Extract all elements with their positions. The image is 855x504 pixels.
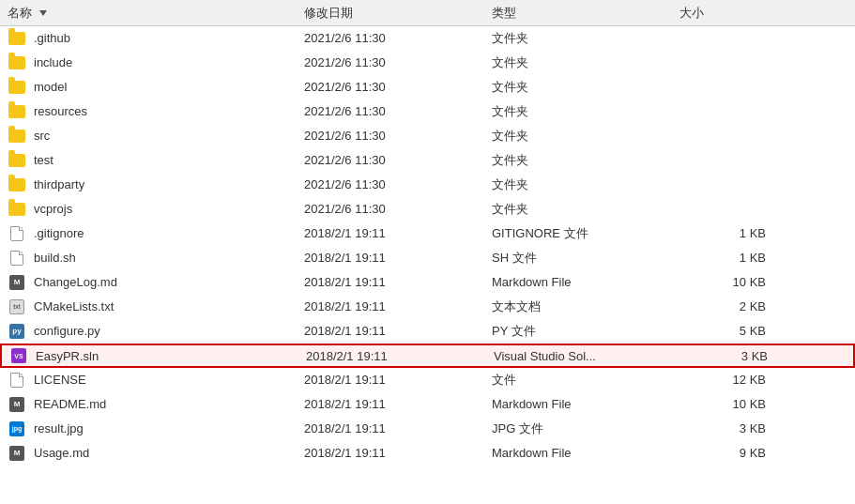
file-type-label: 文件夹	[492, 152, 679, 169]
file-name-label: src	[34, 129, 304, 143]
table-row[interactable]: test2021/2/6 11:30文件夹	[0, 148, 855, 173]
md-icon: M	[8, 445, 26, 462]
sort-arrow-icon	[39, 10, 47, 16]
table-row[interactable]: MChangeLog.md2018/2/1 19:11Markdown File…	[0, 270, 855, 295]
file-size-label: 1 KB	[679, 251, 773, 265]
file-name-label: resources	[34, 104, 304, 118]
file-name-cell: MUsage.md	[4, 445, 304, 462]
file-date-label: 2018/2/1 19:11	[304, 299, 492, 313]
table-row[interactable]: LICENSE2018/2/1 19:11文件12 KB	[0, 368, 855, 392]
table-row[interactable]: .gitignore2018/2/1 19:11GITIGNORE 文件1 KB	[0, 221, 855, 246]
file-size-label: 3 KB	[681, 349, 775, 363]
file-type-label: Markdown File	[492, 446, 679, 460]
table-row[interactable]: model2021/2/6 11:30文件夹	[0, 75, 855, 99]
file-type-label: 文件夹	[492, 128, 679, 145]
file-size-label: 9 KB	[679, 446, 773, 460]
file-date-label: 2018/2/1 19:11	[304, 275, 492, 289]
col-date-header[interactable]: 修改日期	[304, 5, 492, 22]
table-row[interactable]: VSEasyPR.sln2018/2/1 19:11Visual Studio …	[0, 344, 855, 368]
file-type-label: Markdown File	[492, 275, 679, 289]
file-date-label: 2021/2/6 11:30	[304, 55, 492, 69]
table-row[interactable]: thirdparty2021/2/6 11:30文件夹	[0, 173, 855, 197]
file-date-label: 2018/2/1 19:11	[306, 349, 494, 363]
file-date-label: 2021/2/6 11:30	[304, 177, 492, 191]
col-type-header[interactable]: 类型	[492, 5, 679, 22]
file-type-label: 文件夹	[492, 79, 679, 96]
file-icon	[8, 372, 26, 389]
file-name-cell: vcprojs	[4, 201, 304, 218]
folder-icon	[8, 54, 26, 71]
table-row[interactable]: pyconfigure.py2018/2/1 19:11PY 文件5 KB	[0, 319, 855, 344]
file-type-label: PY 文件	[492, 323, 679, 340]
file-date-label: 2021/2/6 11:30	[304, 129, 492, 143]
table-header: 名称 修改日期 类型 大小	[0, 0, 855, 26]
file-name-cell: MREADME.md	[4, 396, 304, 413]
file-size-label: 1 KB	[679, 226, 773, 240]
file-name-label: thirdparty	[34, 177, 304, 191]
file-name-label: LICENSE	[34, 373, 304, 387]
file-name-cell: resources	[4, 103, 304, 120]
file-size-label: 10 KB	[679, 397, 773, 411]
file-name-label: EasyPR.sln	[36, 349, 306, 363]
py-icon: py	[8, 323, 26, 340]
file-date-label: 2018/2/1 19:11	[304, 226, 492, 240]
file-type-label: GITIGNORE 文件	[492, 225, 679, 242]
file-name-label: configure.py	[34, 324, 304, 338]
table-row[interactable]: build.sh2018/2/1 19:11SH 文件1 KB	[0, 246, 855, 270]
file-type-label: 文件夹	[492, 54, 679, 71]
file-date-label: 2021/2/6 11:30	[304, 31, 492, 45]
md-icon: M	[8, 274, 26, 291]
sln-icon: VS	[9, 347, 28, 364]
file-name-label: test	[34, 153, 304, 167]
file-name-label: ChangeLog.md	[34, 275, 304, 289]
col-name-header[interactable]: 名称	[4, 5, 304, 22]
folder-icon	[8, 201, 26, 218]
file-size-label: 3 KB	[679, 421, 773, 435]
file-name-cell: include	[4, 54, 304, 71]
folder-icon	[8, 176, 26, 193]
folder-icon	[8, 79, 26, 96]
file-date-label: 2021/2/6 11:30	[304, 104, 492, 118]
table-row[interactable]: include2021/2/6 11:30文件夹	[0, 51, 855, 75]
file-size-label: 5 KB	[679, 324, 773, 338]
folder-icon	[8, 152, 26, 169]
file-date-label: 2018/2/1 19:11	[304, 373, 492, 387]
file-size-label: 12 KB	[679, 373, 773, 387]
folder-icon	[8, 128, 26, 145]
file-size-label: 2 KB	[679, 299, 773, 313]
table-row[interactable]: vcprojs2021/2/6 11:30文件夹	[0, 197, 855, 221]
file-name-cell: test	[4, 152, 304, 169]
file-name-cell: LICENSE	[4, 372, 304, 389]
file-type-label: Markdown File	[492, 397, 679, 411]
file-rows-container: .github2021/2/6 11:30文件夹include2021/2/6 …	[0, 26, 855, 466]
table-row[interactable]: txtCMakeLists.txt2018/2/1 19:11文本文档2 KB	[0, 295, 855, 319]
file-type-label: 文件夹	[492, 201, 679, 218]
table-row[interactable]: MUsage.md2018/2/1 19:11Markdown File9 KB	[0, 441, 855, 466]
file-type-label: SH 文件	[492, 250, 679, 267]
file-name-label: model	[34, 80, 304, 94]
file-list: 名称 修改日期 类型 大小 .github2021/2/6 11:30文件夹in…	[0, 0, 855, 466]
md-icon: M	[8, 396, 26, 413]
file-type-label: Visual Studio Sol...	[494, 349, 681, 363]
file-name-cell: .github	[4, 30, 304, 47]
folder-icon	[8, 103, 26, 120]
file-date-label: 2018/2/1 19:11	[304, 251, 492, 265]
file-type-label: 文本文档	[492, 298, 679, 315]
folder-icon	[8, 30, 26, 47]
table-row[interactable]: src2021/2/6 11:30文件夹	[0, 124, 855, 148]
file-date-label: 2021/2/6 11:30	[304, 202, 492, 216]
file-name-label: vcprojs	[34, 202, 304, 216]
file-size-label: 10 KB	[679, 275, 773, 289]
col-name-label: 名称	[8, 5, 32, 22]
file-name-label: Usage.md	[34, 446, 304, 460]
table-row[interactable]: MREADME.md2018/2/1 19:11Markdown File10 …	[0, 392, 855, 417]
file-name-cell: .gitignore	[4, 225, 304, 242]
file-name-label: include	[34, 55, 304, 69]
file-type-label: 文件夹	[492, 176, 679, 193]
col-size-header[interactable]: 大小	[679, 5, 773, 22]
file-date-label: 2018/2/1 19:11	[304, 324, 492, 338]
table-row[interactable]: .github2021/2/6 11:30文件夹	[0, 26, 855, 51]
file-type-label: 文件	[492, 372, 679, 389]
table-row[interactable]: resources2021/2/6 11:30文件夹	[0, 99, 855, 124]
table-row[interactable]: jpgresult.jpg2018/2/1 19:11JPG 文件3 KB	[0, 417, 855, 441]
